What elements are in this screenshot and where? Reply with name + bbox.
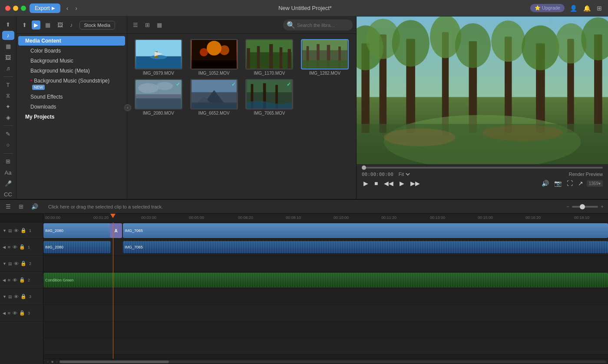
track-1v-lock-icon[interactable]: 🔒: [20, 228, 26, 233]
share-icon[interactable]: ↗: [576, 179, 585, 188]
thumb-clouds: [135, 80, 182, 109]
track-2a-eye-icon[interactable]: 👁: [13, 278, 17, 283]
notification-icon[interactable]: 🔔: [582, 4, 591, 13]
media-icon[interactable]: ♪: [2, 31, 14, 40]
media-item-img0979[interactable]: IMG_0979.MOV: [132, 39, 185, 76]
erase-icon[interactable]: ○: [2, 140, 14, 149]
effects-icon[interactable]: ✦: [2, 102, 14, 111]
forward-button[interactable]: ›: [73, 4, 80, 13]
track-2v-expand[interactable]: ▼: [3, 261, 7, 266]
scroll-thumb[interactable]: [59, 361, 169, 363]
devices-icon[interactable]: ⊞: [596, 4, 603, 13]
timeline-audio-btn[interactable]: 🔊: [29, 202, 40, 211]
captions-icon[interactable]: CC: [2, 190, 14, 199]
tree-item-background-soundstripe[interactable]: •Background Music (Soundstripe)NEW: [18, 76, 125, 92]
track-3a-expand[interactable]: ◀: [3, 311, 6, 315]
clip-img7065-a[interactable]: IMG_7065: [123, 241, 608, 253]
scroll-icons-left: ◦ ● ◦: [45, 359, 59, 364]
next-single-btn[interactable]: ▶: [398, 179, 406, 188]
track-2v-lock-icon[interactable]: 🔒: [20, 261, 26, 266]
microphone-icon[interactable]: 🎤: [2, 179, 14, 188]
media-item-img1052[interactable]: IMG_1052.MOV: [188, 39, 240, 76]
clip-img2080-a[interactable]: IMG_2080: [43, 241, 111, 253]
track-3v-expand[interactable]: ▼: [3, 295, 7, 299]
clip-img2080-v[interactable]: IMG_2080: [43, 223, 111, 238]
tree-item-sound-effects[interactable]: Sound Effects: [18, 92, 125, 102]
tree-item-background-music-meta[interactable]: Background Music (Meta): [18, 66, 125, 76]
list-view-btn[interactable]: ☰: [131, 20, 140, 30]
media-item-img6652[interactable]: ✓ IMG_6652.MOV: [188, 79, 240, 116]
tree-item-background-music[interactable]: Background Music: [18, 56, 125, 66]
fullscreen-button[interactable]: [21, 6, 26, 11]
scroll-center-icon[interactable]: ●: [51, 359, 54, 364]
close-button[interactable]: [5, 6, 10, 11]
back-button[interactable]: ‹: [64, 4, 71, 13]
tree-item-my-projects[interactable]: My Projects: [18, 112, 125, 122]
prev-frame-btn[interactable]: ◀◀: [382, 179, 395, 188]
track-3a-eye-icon[interactable]: 👁: [13, 311, 17, 316]
track-2a-lock-icon[interactable]: 🔒: [19, 277, 25, 283]
clip-condition-green[interactable]: Condition Green: [43, 273, 608, 288]
timeline-snap-btn[interactable]: ⊞: [17, 202, 26, 211]
track-2v-eye-icon[interactable]: 👁: [14, 261, 19, 266]
pen-icon[interactable]: ✎: [2, 129, 14, 139]
transform-icon[interactable]: ⊞: [2, 157, 14, 166]
play-pause-btn[interactable]: ▶: [362, 179, 370, 188]
import-icon[interactable]: ⬆: [2, 20, 14, 29]
stock-media-btn[interactable]: Stock Media: [79, 21, 116, 30]
next-frame-btn[interactable]: ▶▶: [409, 179, 422, 188]
track-1a-lock-icon[interactable]: 🔒: [19, 244, 25, 250]
track-1v-expand[interactable]: ▼: [3, 228, 7, 233]
grid-icon-btn[interactable]: ▦: [43, 20, 53, 30]
collapse-panel-button[interactable]: ‹: [124, 104, 131, 111]
transitions-icon[interactable]: ⧖: [2, 91, 14, 100]
track-1v-eye-icon[interactable]: 👁: [14, 228, 19, 233]
zoom-slider[interactable]: [572, 206, 598, 208]
screenshot-icon[interactable]: 📷: [552, 179, 563, 188]
clip-transition-1[interactable]: A: [110, 223, 122, 238]
stop-btn[interactable]: ■: [373, 179, 380, 188]
tree-item-color-boards[interactable]: Color Boards: [18, 46, 125, 56]
track-1a-eye-icon[interactable]: 👁: [13, 245, 17, 250]
minimize-button[interactable]: [13, 6, 18, 11]
scroll-left-icon[interactable]: ◦: [47, 359, 49, 364]
track-3v-eye-icon[interactable]: 👁: [14, 294, 19, 299]
media-item-img1282[interactable]: IMG_1282.MOV: [299, 39, 351, 76]
track-2a-expand[interactable]: ◀: [3, 278, 6, 282]
text-icon[interactable]: Aa: [2, 168, 14, 177]
clip-img7065-v[interactable]: IMG_7065: [123, 223, 608, 238]
timeline-ruler[interactable]: 00:00:00 00:01:20 00:03:00 00:05:00 00:0…: [43, 214, 608, 222]
playhead-marker[interactable]: [110, 214, 116, 218]
timeline-view-btn[interactable]: ☰: [3, 202, 13, 211]
video-icon[interactable]: ▦: [2, 42, 14, 51]
grid-view-btn[interactable]: ⊞: [143, 20, 152, 30]
upgrade-button[interactable]: ⭐ Upgrade: [530, 4, 565, 12]
tree-item-media-content[interactable]: Media Content: [18, 36, 125, 46]
top-bar: Export ▶ ‹ › New Untitled Project* ⭐ Upg…: [0, 0, 608, 17]
music-icon-btn[interactable]: ♪: [68, 20, 75, 30]
audio-icon[interactable]: ♬: [2, 64, 14, 73]
track-3v-lock-icon[interactable]: 🔒: [20, 294, 26, 299]
import-btn[interactable]: ⬆: [20, 20, 29, 30]
film-icon-btn[interactable]: ▶: [32, 20, 40, 30]
tree-item-downloads[interactable]: Downloads: [18, 102, 125, 112]
media-item-img7065[interactable]: ✓ IMG_7065.MOV: [244, 79, 296, 116]
titles-icon[interactable]: T: [2, 80, 14, 89]
track-3a-lock-icon[interactable]: 🔒: [19, 310, 25, 316]
fit-dropdown[interactable]: Fit: [397, 171, 411, 177]
fullscreen-icon[interactable]: ⛶: [565, 179, 575, 188]
search-input[interactable]: [297, 23, 349, 28]
media-item-img1170[interactable]: IMG_1170.MOV: [244, 39, 296, 76]
volume-icon[interactable]: 🔊: [540, 179, 551, 188]
photo-icon[interactable]: 🖼: [2, 53, 14, 62]
photo-icon-btn[interactable]: 🖼: [55, 20, 65, 30]
scroll-right-icon[interactable]: ◦: [56, 359, 58, 364]
filmstrip-view-btn[interactable]: ▦: [155, 20, 164, 30]
media-item-img2080[interactable]: ✓ IMG_2080.MOV: [132, 79, 185, 116]
track-1a-expand[interactable]: ◀: [3, 245, 6, 249]
user-icon[interactable]: 👤: [569, 4, 578, 13]
scroll-track[interactable]: [59, 361, 606, 363]
preview-scrubber[interactable]: [362, 165, 366, 170]
generators-icon[interactable]: ◈: [2, 113, 14, 122]
export-button[interactable]: Export ▶: [30, 3, 60, 13]
